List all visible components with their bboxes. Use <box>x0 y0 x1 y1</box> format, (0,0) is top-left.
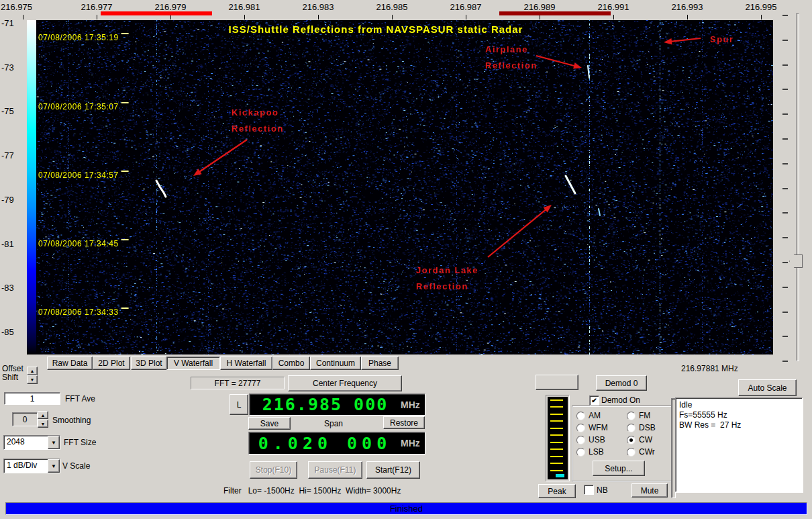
db-tick-label: -71 <box>1 18 14 28</box>
blank-button[interactable] <box>536 375 578 390</box>
save-button[interactable]: Save <box>248 417 291 430</box>
span-unit: MHz <box>401 438 425 449</box>
lock-button[interactable]: L <box>230 394 248 415</box>
vertical-slider-tick <box>782 312 788 313</box>
status-text: Finished <box>390 504 423 514</box>
filter-info: Filter Lo= -1500Hz Hi= 1500Hz Width= 300… <box>223 486 401 496</box>
freq-tick-mark <box>170 15 171 19</box>
cursor-frequency-label: 216.97881 MHz <box>681 364 738 373</box>
nb-checkbox[interactable] <box>584 485 594 495</box>
radio-mode-fm[interactable]: FM <box>627 411 650 420</box>
vertical-slider-tick <box>782 212 788 214</box>
pause-button[interactable]: Pause(F11) <box>308 461 362 479</box>
waterfall-display[interactable] <box>36 20 773 355</box>
vertical-slider-tick <box>782 15 788 16</box>
db-tick-label: -77 <box>1 150 14 160</box>
radio-label: AM <box>589 411 601 420</box>
tab-v-waterfall[interactable]: V Waterfall <box>166 357 220 370</box>
freq-tick-label: 216.983 <box>303 2 334 12</box>
freq-tick-label: 216.977 <box>81 2 113 12</box>
tab-2d-plot[interactable]: 2D Plot <box>93 357 130 370</box>
tab-raw-data[interactable]: Raw Data <box>47 357 93 370</box>
radio-mode-cw[interactable]: CW <box>627 435 652 444</box>
freq-tick-mark <box>318 15 319 19</box>
radio-circle <box>576 436 585 444</box>
radio-circle <box>627 424 636 432</box>
center-frequency-button[interactable]: Center Frequency <box>288 375 402 391</box>
freq-tick-label: 216.987 <box>450 2 482 12</box>
radio-circle <box>576 412 585 420</box>
smoothing-up-button[interactable]: ▲ <box>38 411 48 419</box>
fft-size-dropdown-icon[interactable]: ▼ <box>48 436 60 449</box>
freq-tick-label: 216.981 <box>229 2 260 12</box>
demod0-button[interactable]: Demod 0 <box>596 375 647 391</box>
freq-tick-label: 216.975 <box>1 2 32 12</box>
smoothing-down-button[interactable]: ▼ <box>38 420 48 428</box>
radio-label: CW <box>639 435 652 444</box>
v-scale-dropdown-icon[interactable]: ▼ <box>48 459 60 473</box>
setup-button[interactable]: Setup... <box>593 461 645 476</box>
restore-button[interactable]: Restore <box>383 416 425 429</box>
radio-label: LSB <box>589 447 604 457</box>
start-button[interactable]: Start(F12) <box>366 461 420 479</box>
tab-combo[interactable]: Combo <box>272 357 310 370</box>
peak-button[interactable]: Peak <box>538 484 576 498</box>
demod-on-checkbox[interactable]: ✔ <box>589 395 599 406</box>
mute-button[interactable]: Mute <box>631 483 668 498</box>
tab-3d-plot[interactable]: 3D Plot <box>131 357 167 370</box>
radio-label: USB <box>589 435 605 444</box>
stop-button[interactable]: Stop(F10) <box>250 461 297 479</box>
radio-mode-lsb[interactable]: LSB <box>576 447 604 457</box>
radio-mode-usb[interactable]: USB <box>576 435 605 444</box>
db-tick-label: -79 <box>1 195 14 205</box>
radio-mode-cwr[interactable]: CWr <box>627 447 655 457</box>
freq-tick-label: 216.995 <box>746 2 777 12</box>
vertical-slider-tick <box>782 138 788 140</box>
radio-label: FM <box>639 411 650 420</box>
v-scale-select[interactable]: 1 dB/Div ▼ <box>3 459 60 473</box>
center-frequency-value: 216.985 000 <box>250 395 401 414</box>
db-tick-label: -73 <box>1 62 14 73</box>
fft-ave-input[interactable] <box>4 392 60 405</box>
application-window: { "icons": {"up":"▲","down":"▼","dropdow… <box>0 0 812 519</box>
freq-tick-mark <box>23 15 23 19</box>
freq-tick-mark <box>540 15 540 19</box>
scale-highlight-bar <box>499 11 611 15</box>
freq-tick-label: 216.985 <box>376 2 408 12</box>
radio-circle <box>627 448 636 457</box>
auto-scale-button[interactable]: Auto Scale <box>738 379 797 396</box>
freq-tick-mark <box>97 15 97 19</box>
v-scale-value: 1 dB/Div <box>4 459 48 473</box>
vertical-slider-tick <box>782 361 788 362</box>
offset-shift-label: OffsetShift <box>2 365 23 382</box>
tab-phase[interactable]: Phase <box>361 357 399 370</box>
v-scale-label: V Scale <box>62 461 90 471</box>
offset-shift-up-button[interactable]: ▲ <box>27 367 38 375</box>
radio-mode-dsb[interactable]: DSB <box>627 423 656 432</box>
fft-size-select[interactable]: 2048 ▼ <box>3 435 60 450</box>
span-label: Span <box>307 419 360 428</box>
offset-shift-down-button[interactable]: ▼ <box>27 375 38 384</box>
smoothing-value[interactable]: 0 <box>12 412 38 426</box>
db-axis: -71-73-75-77-79-81-83-85 <box>0 20 27 355</box>
freq-tick-label: 216.989 <box>524 2 556 12</box>
freq-tick-mark <box>687 15 688 19</box>
radio-mode-wfm[interactable]: WFM <box>576 423 608 432</box>
frequency-axis: 216.975216.977216.979216.981216.983216.9… <box>0 0 812 20</box>
freq-tick-label: 216.991 <box>598 2 629 12</box>
radio-mode-am[interactable]: AM <box>576 411 601 420</box>
vertical-slider-tick <box>782 64 788 66</box>
vertical-slider-thumb[interactable] <box>789 254 803 268</box>
tab-h-waterfall[interactable]: H Waterfall <box>220 357 272 370</box>
radio-label: WFM <box>589 423 608 432</box>
freq-tick-label: 216.993 <box>672 2 703 12</box>
vertical-slider-track[interactable] <box>796 13 799 361</box>
intensity-colorbar <box>27 20 36 355</box>
radio-label: DSB <box>639 423 656 432</box>
demod-on-label: Demod On <box>601 395 640 405</box>
radio-circle <box>576 424 585 432</box>
db-tick-label: -85 <box>1 327 14 337</box>
vertical-slider-tick <box>782 113 788 115</box>
tab-continuum[interactable]: Continuum <box>310 357 361 370</box>
fft-ave-label: FFT Ave <box>65 394 95 404</box>
